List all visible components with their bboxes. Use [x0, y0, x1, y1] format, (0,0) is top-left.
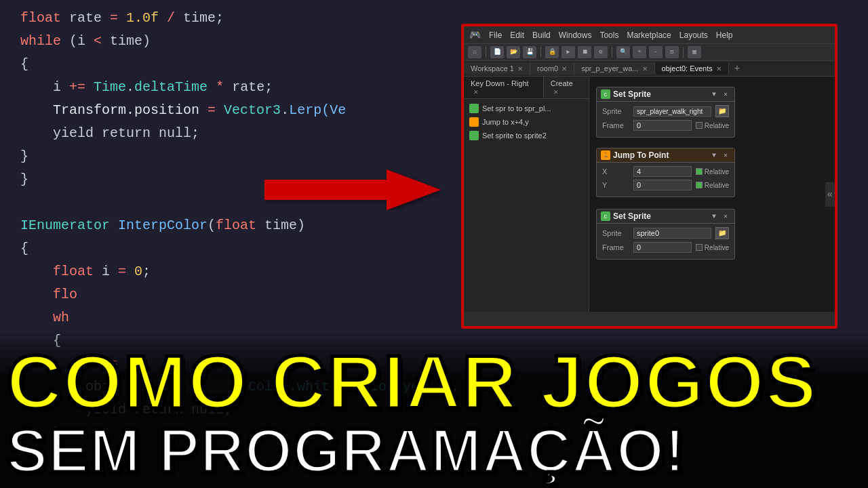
event-label-2: Jump to x+4,y — [482, 118, 529, 126]
list-item[interactable]: Jump to x+4,y — [464, 115, 589, 129]
toolbar-sep-1 — [486, 47, 486, 58]
svg-marker-0 — [264, 169, 441, 210]
action-row-sprite-2: Sprite sprite0 📁 — [602, 227, 729, 239]
action-row-frame-1: Frame 0 Relative — [602, 120, 729, 131]
set-sprite-header-1: C Set Sprite ▼ ✕ — [597, 87, 734, 102]
tab-sprite[interactable]: spr_p_eyer_wa... ✕ — [574, 62, 654, 75]
tab-workspace1[interactable]: Workspace 1 ✕ — [464, 62, 530, 75]
sub-title: SEM PROGRAMAÇÃO! — [7, 420, 861, 481]
y-value[interactable]: 0 — [633, 180, 692, 190]
gm-toolbar: ⌂ 📄 📂 💾 🔒 ▶ ⏹ ⚙ 🔍 + - ⊡ ▦ — [464, 44, 835, 61]
block-close-1[interactable]: ✕ — [721, 90, 730, 98]
menu-edit[interactable]: Edit — [510, 30, 524, 40]
gm-logo-icon: 🎮 — [469, 29, 481, 41]
menu-marketplace[interactable]: Marketplace — [627, 30, 671, 40]
frame-label-2: Frame — [602, 243, 629, 251]
toolbar-zoom-in-icon[interactable]: + — [633, 46, 646, 58]
jump-to-point-header: 🏃 Jump To Point ▼ ✕ — [597, 148, 734, 163]
gm-tabs: Workspace 1 ✕ room0 ✕ spr_p_eyer_wa... ✕… — [464, 61, 835, 77]
toolbar-stop-icon[interactable]: ⏹ — [578, 46, 591, 58]
frame-label-1: Frame — [602, 121, 629, 129]
checkbox-x[interactable]: ✓ — [696, 168, 703, 175]
block-arrow-down-3[interactable]: ▼ — [709, 213, 719, 220]
checkbox-y[interactable]: ✓ — [696, 182, 703, 188]
block-close-3[interactable]: ✕ — [721, 212, 730, 220]
relative-check-1: Relative — [696, 122, 729, 129]
action-row-y: Y 0 ✓ Relative — [602, 180, 729, 190]
overlay-text-container: COMO CRIAR JOGOS SEM PROGRAMAÇÃO! — [0, 331, 868, 488]
checkbox-2[interactable] — [696, 244, 703, 251]
sprite-value-2[interactable]: sprite0 — [633, 228, 711, 239]
list-item[interactable]: Set sprite to sprite2 — [464, 129, 589, 142]
collapse-chevron[interactable]: « — [825, 182, 835, 207]
folder-button-1[interactable]: 📁 — [715, 105, 729, 117]
toolbar-layout-icon[interactable]: ▦ — [688, 46, 701, 58]
toolbar-new-icon[interactable]: 📄 — [490, 46, 504, 58]
block-arrow-down-2[interactable]: ▼ — [709, 152, 719, 159]
checkbox-label-2: Relative — [705, 244, 729, 251]
toolbar-save-icon[interactable]: 💾 — [523, 46, 536, 58]
tab-close-room0[interactable]: ✕ — [561, 65, 567, 73]
action-row-x: X 4 ✓ Relative — [602, 166, 729, 177]
folder-button-2[interactable]: 📁 — [715, 227, 729, 239]
frame-value-2[interactable]: 0 — [633, 242, 692, 253]
menu-layouts[interactable]: Layouts — [679, 30, 708, 40]
set-sprite-controls-1: ▼ ✕ — [709, 90, 730, 98]
tab-close-sprite[interactable]: ✕ — [642, 65, 648, 73]
tab-add-button[interactable]: + — [729, 61, 745, 76]
event-label-3: Set sprite to sprite2 — [482, 131, 547, 140]
y-label: Y — [602, 181, 629, 189]
list-item[interactable]: Set spr to to spr_pl... — [464, 102, 589, 115]
sprite-value-1[interactable]: spr_player_walk_right — [633, 106, 711, 117]
event-label-1: Set spr to to spr_pl... — [482, 104, 551, 113]
block-arrow-down-1[interactable]: ▼ — [709, 91, 719, 98]
sprite-label-2: Sprite — [602, 229, 629, 237]
toolbar-home-icon[interactable]: ⌂ — [468, 46, 481, 58]
toolbar-lock-icon[interactable]: 🔒 — [545, 46, 559, 58]
arrow-icon — [264, 169, 441, 210]
x-value[interactable]: 4 — [633, 166, 692, 177]
event-icon-orange-1 — [469, 117, 479, 127]
menu-help[interactable]: Help — [716, 30, 733, 40]
toolbar-zoom-out-icon[interactable]: - — [649, 46, 663, 58]
frame-value-1[interactable]: 0 — [633, 120, 692, 131]
menu-file[interactable]: File — [489, 30, 502, 40]
menu-windows[interactable]: Windows — [559, 30, 592, 40]
gm-actions-area: C Set Sprite ▼ ✕ Sprite spr_player_walk_… — [589, 77, 835, 312]
x-label: X — [602, 167, 629, 176]
toolbar-play-icon[interactable]: ▶ — [561, 46, 575, 58]
gm-menubar: 🎮 File Edit Build Windows Tools Marketpl… — [464, 26, 835, 44]
gm-events-panel: Key Down - Right ✕ Create ✕ Set spr to t… — [464, 77, 589, 312]
jump-to-point-icon: 🏃 — [601, 150, 610, 160]
event-icon-green-1 — [469, 104, 479, 113]
sprite-label-1: Sprite — [602, 107, 629, 115]
action-row-frame-2: Frame 0 Relative — [602, 242, 729, 253]
set-sprite-body-1: Sprite spr_player_walk_right 📁 Frame 0 R… — [597, 102, 734, 137]
tab-close-workspace1[interactable]: ✕ — [517, 65, 523, 73]
tab-create[interactable]: Create ✕ — [544, 77, 589, 98]
tab-room0[interactable]: room0 ✕ — [530, 62, 574, 75]
relative-check-x: ✓ Relative — [696, 168, 729, 176]
toolbar-debug-icon[interactable]: ⚙ — [594, 46, 608, 58]
block-close-2[interactable]: ✕ — [721, 151, 730, 159]
tab-close-create[interactable]: ✕ — [553, 89, 559, 96]
events-tabs: Key Down - Right ✕ Create ✕ — [464, 77, 589, 99]
checkbox-1[interactable] — [696, 122, 703, 129]
menu-build[interactable]: Build — [532, 30, 551, 40]
menu-tools[interactable]: Tools — [599, 30, 618, 40]
tab-close-events[interactable]: ✕ — [716, 65, 722, 73]
toolbar-fit-icon[interactable]: ⊡ — [665, 46, 679, 58]
set-sprite-title-1: Set Sprite — [613, 89, 707, 99]
checkbox-label-x: Relative — [705, 168, 729, 176]
tab-close-keydown[interactable]: ✕ — [473, 89, 479, 96]
checkbox-label-y: Relative — [705, 182, 729, 189]
set-sprite-icon-2: C — [601, 211, 610, 221]
tab-object-events[interactable]: object0: Events ✕ — [655, 62, 729, 75]
toolbar-search-icon[interactable]: 🔍 — [616, 46, 630, 58]
relative-check-y: ✓ Relative — [696, 182, 729, 189]
set-sprite-body-2: Sprite sprite0 📁 Frame 0 Relative — [597, 224, 734, 259]
tab-keydown-right[interactable]: Key Down - Right ✕ — [464, 77, 544, 98]
main-title: COMO CRIAR JOGOS — [7, 344, 861, 420]
toolbar-open-icon[interactable]: 📂 — [507, 46, 520, 58]
toolbar-sep-4 — [683, 47, 684, 58]
